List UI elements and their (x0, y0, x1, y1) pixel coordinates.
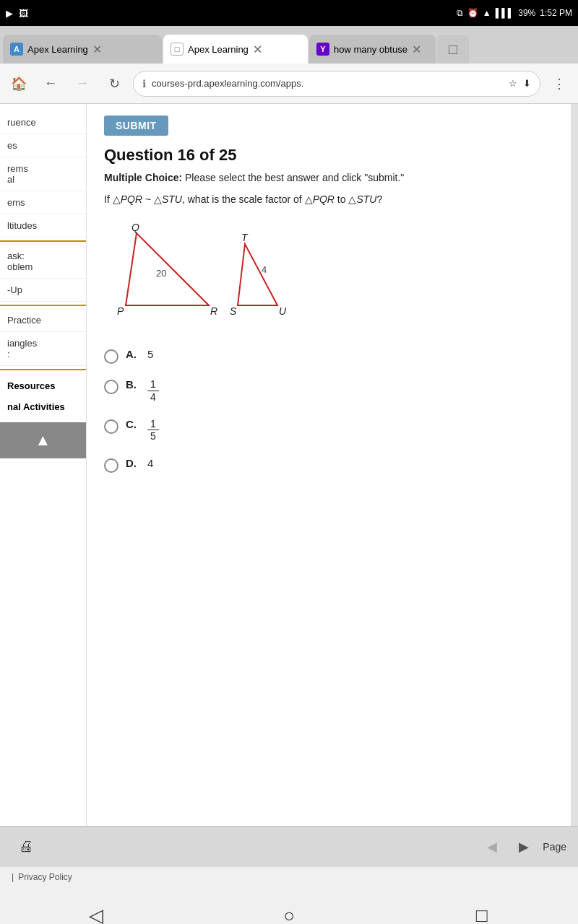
fraction-c: 1 5 (147, 418, 159, 443)
choice-value-b: 1 4 (147, 378, 159, 404)
tab-yahoo[interactable]: Y how many obtuse ✕ (309, 35, 436, 64)
sidebar-item-ems[interactable]: ems (0, 191, 86, 214)
upload-icon: ▲ (35, 431, 51, 450)
page-forward-button[interactable]: ▶ (511, 834, 537, 860)
address-bar: 🏠 ← → ↻ ℹ courses-prd.apexlearning.com/a… (0, 64, 578, 104)
sidebar-resources[interactable]: Resources (0, 373, 86, 394)
page-label: Page (543, 841, 566, 853)
download-icon: ⬇ (523, 78, 531, 89)
sidebar-item-theorems[interactable]: rems al (0, 157, 86, 191)
status-left: ▶ 🖼 (6, 8, 28, 19)
label-4: 4 (262, 264, 267, 275)
choice-a[interactable]: A. 5 (104, 348, 561, 364)
choice-d[interactable]: D. 4 (104, 457, 561, 473)
bottom-bar: 🖨 ◀ ▶ Page (0, 826, 578, 866)
bookmark-icon: ☆ (509, 78, 517, 89)
sidebar-item-congruence[interactable]: ruence (0, 111, 86, 134)
question-instruction: Multiple Choice: Please select the best … (104, 172, 561, 183)
sidebar-item-triangles[interactable]: iangles : (0, 332, 86, 366)
triangle-diagram: Q P R 20 T S U 4 (104, 215, 561, 334)
tab-close-3[interactable]: ✕ (412, 43, 421, 56)
label-Q: Q (131, 222, 139, 233)
submit-button[interactable]: SUBMIT (104, 116, 168, 136)
sidebar-divider-1 (0, 240, 86, 242)
sidebar-item-task[interactable]: ask: oblem (0, 245, 86, 279)
refresh-button[interactable]: ↻ (101, 71, 127, 97)
tab-icon-3: Y (316, 43, 329, 56)
multi-window-icon: ⧉ (457, 8, 463, 18)
new-tab-button[interactable]: □ (437, 35, 469, 64)
forward-button[interactable]: → (69, 71, 95, 97)
privacy-policy-link[interactable]: Privacy Policy (18, 872, 72, 882)
browser-content: ruence es rems al ems ltitudes ask: oble… (0, 104, 578, 826)
radio-a[interactable] (104, 349, 118, 364)
tab-icon-1: A (10, 43, 23, 56)
tab-label-1: Apex Learning (27, 44, 88, 55)
svg-marker-0 (126, 233, 209, 305)
choice-label-c: C. (126, 418, 140, 430)
sidebar-item-warmup[interactable]: -Up (0, 279, 86, 302)
home-nav-button[interactable]: ○ (267, 894, 311, 924)
label-S: S (230, 305, 237, 317)
url-display: courses-prd.apexlearning.com/apps. (152, 78, 503, 89)
radio-c[interactable] (104, 419, 118, 434)
label-R: R (210, 305, 217, 317)
question-text: If △PQR ~ △STU, what is the scale factor… (104, 193, 561, 205)
home-nav-icon: ○ (283, 905, 295, 925)
recents-nav-icon: □ (476, 905, 488, 925)
label-P: P (117, 305, 124, 317)
recents-nav-button[interactable]: □ (460, 894, 504, 924)
image-icon: 🖼 (19, 8, 28, 19)
print-button[interactable]: 🖨 (12, 832, 40, 861)
sidebar-item-angles[interactable]: es (0, 134, 86, 157)
tab-close-1[interactable]: ✕ (92, 43, 102, 56)
sidebar-label-rems: rems (7, 163, 28, 174)
tab-bar: A Apex Learning ✕ □ Apex Learning ✕ Y ho… (0, 26, 578, 64)
sidebar-item-altitudes[interactable]: ltitudes (0, 214, 86, 237)
choice-c[interactable]: C. 1 5 (104, 418, 561, 443)
page-nav: ◀ ▶ Page (479, 834, 566, 860)
svg-marker-1 (238, 244, 277, 305)
menu-button[interactable]: ⋮ (546, 71, 572, 97)
main-content: SUBMIT Question 16 of 25 Multiple Choice… (87, 104, 578, 826)
content-inner: SUBMIT Question 16 of 25 Multiple Choice… (87, 104, 578, 826)
back-nav-button[interactable]: ◁ (74, 894, 118, 924)
tab-apex-1[interactable]: A Apex Learning ✕ (3, 35, 162, 64)
sidebar-item-practice[interactable]: Practice (0, 309, 86, 332)
sidebar-activities[interactable]: nal Activities (0, 394, 86, 415)
choice-value-d: 4 (147, 457, 153, 469)
multiple-choice-label: Multiple Choice: (104, 172, 182, 183)
battery-text: 39% (518, 8, 535, 18)
sidebar-divider-2 (0, 305, 86, 306)
label-U: U (279, 305, 287, 317)
sidebar-label-al: al (7, 174, 14, 185)
sidebar-upload-button[interactable]: ▲ (0, 422, 86, 458)
app-icon: ▶ (6, 8, 13, 19)
question-number: Question 16 of 25 (104, 146, 561, 165)
status-right: ⧉ ⏰ ▲ ▌▌▌ 39% 1:52 PM (457, 8, 572, 18)
separator: | (12, 872, 14, 882)
label-T: T (241, 232, 249, 243)
scrollbar[interactable] (571, 104, 578, 826)
home-button[interactable]: 🏠 (6, 71, 32, 97)
sidebar: ruence es rems al ems ltitudes ask: oble… (0, 104, 87, 826)
choice-value-c: 1 5 (147, 418, 159, 443)
back-button[interactable]: ← (38, 71, 64, 97)
choice-value-a: 5 (147, 348, 153, 360)
tab-apex-2[interactable]: □ Apex Learning ✕ (163, 35, 308, 64)
tab-close-2[interactable]: ✕ (253, 43, 262, 56)
choice-label-b: B. (126, 378, 140, 391)
tab-icon-2: □ (171, 43, 184, 56)
choice-b[interactable]: B. 1 4 (104, 378, 561, 404)
choice-label-a: A. (126, 348, 140, 360)
tab-label-2: Apex Learning (188, 44, 249, 55)
privacy-bar: | Privacy Policy (0, 866, 578, 886)
radio-d[interactable] (104, 458, 118, 473)
alarm-icon: ⏰ (467, 8, 478, 18)
nav-bar: ◁ ○ □ (0, 886, 578, 924)
address-input[interactable]: ℹ courses-prd.apexlearning.com/apps. ☆ ⬇ (133, 71, 540, 97)
radio-b[interactable] (104, 380, 118, 394)
back-nav-icon: ◁ (89, 905, 103, 925)
page-back-button[interactable]: ◀ (479, 834, 505, 860)
diagram-svg: Q P R 20 T S U 4 (104, 222, 321, 323)
